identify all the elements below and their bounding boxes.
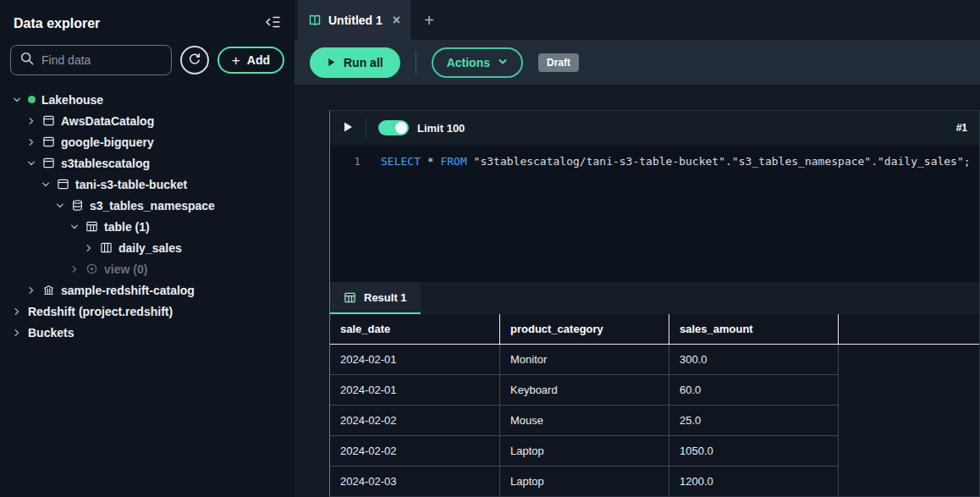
collapse-sidebar-button[interactable] (264, 14, 281, 33)
limit-toggle[interactable] (378, 120, 409, 135)
run-cell-button[interactable] (342, 121, 354, 135)
chevron-right-icon[interactable] (69, 264, 80, 274)
results-tab-strip: Result 1 (330, 282, 979, 314)
table-cell: 2024-02-01 (330, 345, 500, 375)
collapse-panel-icon (264, 14, 281, 33)
tree-item-s3-tables-namespace[interactable]: s3_tables_namespace (0, 195, 295, 216)
table-cell-empty (839, 345, 979, 375)
tree-item-label: Redshift (project.redshift) (28, 305, 173, 318)
database-icon (42, 114, 55, 127)
tree-item-label: AwsDataCatalog (61, 114, 154, 128)
tree-item-label: s3tablescatalog (61, 157, 150, 170)
chevron-down-icon[interactable] (69, 222, 80, 232)
table-row: 2024-02-01Monitor300.0 (330, 345, 979, 375)
tab-result-1[interactable]: Result 1 (330, 282, 421, 314)
column-header-sales_amount: sales_amount (669, 314, 839, 344)
tree-item-awsdatacatalog[interactable]: AwsDataCatalog (0, 110, 295, 131)
chevron-right-icon[interactable] (12, 328, 22, 338)
namespace-icon (71, 199, 84, 212)
sql-token-keyword: FROM (440, 155, 466, 168)
cell-number: #1 (956, 122, 967, 134)
tree-item-label: s3_tables_namespace (90, 199, 215, 213)
table-cell: 2024-02-02 (330, 406, 500, 436)
table-row: 2024-02-02Laptop1050.0 (330, 436, 979, 467)
table-columns-icon (100, 241, 113, 254)
table-cell: 1050.0 (669, 436, 839, 467)
sidebar-controls: + Add (0, 45, 295, 75)
table-icon (344, 291, 356, 304)
refresh-button[interactable] (180, 46, 209, 75)
actions-label: Actions (447, 56, 490, 69)
chevron-down-icon[interactable] (41, 179, 51, 190)
notebook-toolbar: Run all Actions Draft (295, 40, 980, 85)
cell-header-divider (366, 119, 366, 137)
chevron-down-icon[interactable] (12, 95, 22, 105)
tree-item-lakehouse[interactable]: Lakehouse (0, 89, 295, 110)
table-cell: 2024-02-02 (330, 436, 500, 467)
chevron-right-icon[interactable] (26, 116, 36, 126)
add-button[interactable]: + Add (217, 47, 284, 74)
sql-statement: SELECT * FROM "s3tablescatalog/tani-s3-t… (381, 155, 971, 168)
toolbar-divider (416, 51, 416, 75)
table-cell-empty (839, 375, 979, 406)
tree-item-label: table (1) (104, 220, 150, 234)
toggle-knob (395, 122, 407, 134)
table-cell: Keyboard (500, 375, 669, 406)
table-cell: Mouse (500, 406, 669, 436)
tree-item-redshift-project-redshift[interactable]: Redshift (project.redshift) (0, 301, 295, 322)
database-icon (42, 135, 55, 148)
table-cell: 2024-02-03 (330, 467, 500, 496)
draft-badge: Draft (538, 53, 579, 72)
tree-item-google-bigquery[interactable]: google-bigquery (0, 131, 295, 152)
tree-item-s3tablescatalog[interactable]: s3tablescatalog (0, 152, 295, 174)
plus-icon: + (232, 53, 240, 68)
chevron-right-icon[interactable] (26, 285, 36, 295)
sql-token-plain (467, 155, 474, 168)
close-tab-icon[interactable]: × (393, 14, 400, 27)
notebook-icon (308, 14, 322, 27)
data-tree: LakehouseAwsDataCataloggoogle-bigquerys3… (0, 89, 295, 497)
tree-item-label: daily_sales (118, 241, 182, 255)
line-number: 1 (330, 155, 361, 168)
tree-item-label: Lakehouse (41, 93, 103, 107)
results-header-row: sale_dateproduct_categorysales_amount (330, 314, 979, 345)
column-header-sale_date: sale_date (330, 314, 500, 344)
tree-item-buckets[interactable]: Buckets (0, 322, 295, 343)
run-all-label: Run all (344, 56, 383, 69)
table-cell: Laptop (500, 436, 669, 467)
sql-token-plain: ; (964, 155, 971, 168)
query-cell-panel: Limit 100 #1 1 SELECT * FROM "s3tablesca… (329, 110, 980, 497)
app-window: Data explorer + Add (0, 0, 980, 497)
tree-item-view-0[interactable]: view (0) (0, 258, 295, 279)
cell-header: Limit 100 #1 (330, 111, 979, 145)
tree-item-daily-sales[interactable]: daily_sales (0, 237, 295, 258)
search-box[interactable] (10, 45, 172, 75)
table-cell: 1200.0 (669, 467, 839, 496)
plus-icon: + (424, 11, 434, 30)
database-icon (57, 178, 69, 191)
chevron-right-icon[interactable] (12, 306, 22, 317)
table-cell-empty (839, 406, 979, 436)
actions-button[interactable]: Actions (432, 47, 523, 78)
chevron-down-icon[interactable] (55, 201, 65, 211)
results-section: Result 1 sale_dateproduct_categorysales_… (330, 282, 979, 496)
tree-item-sample-redshift-catalog[interactable]: sample-redshift-catalog (0, 279, 295, 301)
tree-item-table-1[interactable]: table (1) (0, 216, 295, 237)
tree-item-tani-s3-table-bucket[interactable]: tani-s3-table-bucket (0, 174, 295, 195)
chevron-down-icon[interactable] (26, 158, 36, 168)
tree-item-label: view (0) (104, 262, 147, 276)
search-input[interactable] (41, 53, 162, 67)
tree-item-label: google-bigquery (61, 135, 154, 149)
new-tab-button[interactable]: + (410, 0, 448, 40)
play-icon (327, 56, 336, 69)
run-all-button[interactable]: Run all (310, 47, 400, 78)
chevron-right-icon[interactable] (26, 137, 36, 147)
play-icon (342, 121, 354, 135)
search-icon (19, 51, 35, 69)
column-header-product_category: product_category (500, 314, 669, 344)
chevron-right-icon[interactable] (84, 243, 94, 253)
chevron-down-icon (498, 56, 508, 69)
sidebar-header: Data explorer (0, 0, 295, 45)
tab-untitled-1[interactable]: Untitled 1 × (298, 0, 410, 40)
sql-editor[interactable]: 1 SELECT * FROM "s3tablescatalog/tani-s3… (330, 145, 979, 282)
